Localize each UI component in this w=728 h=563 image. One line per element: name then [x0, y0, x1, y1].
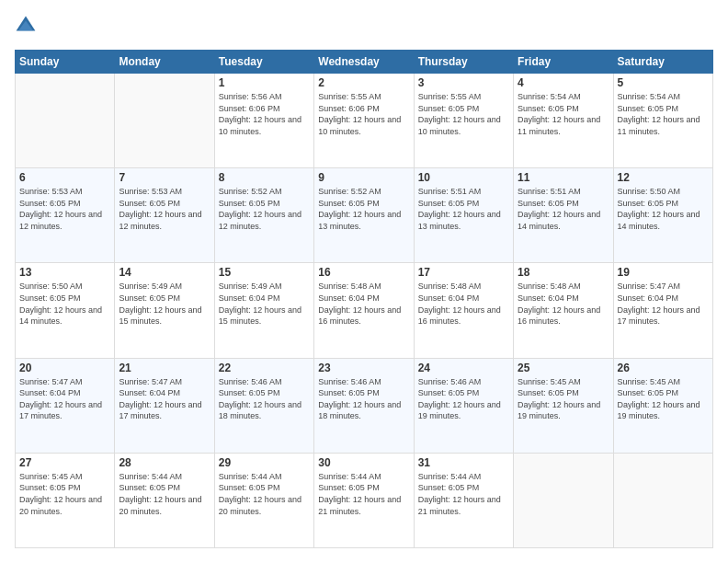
sunrise-text: Sunrise: 5:48 AM — [418, 281, 509, 293]
sunrise-text: Sunrise: 5:45 AM — [518, 376, 609, 388]
sunrise-text: Sunrise: 5:53 AM — [119, 186, 210, 198]
sunset-text: Sunset: 6:05 PM — [418, 482, 509, 494]
day-number: 20 — [19, 362, 110, 374]
day-info: Sunrise: 5:45 AMSunset: 6:05 PMDaylight:… — [518, 376, 609, 422]
calendar-table: Sunday Monday Tuesday Wednesday Thursday… — [15, 50, 713, 548]
day-number: 16 — [318, 266, 409, 279]
col-monday: Monday — [115, 51, 214, 74]
daylight-text: Daylight: 12 hours and 18 minutes. — [219, 399, 310, 422]
day-number: 10 — [418, 171, 509, 184]
col-saturday: Saturday — [613, 51, 712, 74]
day-number: 19 — [618, 266, 709, 279]
daylight-text: Daylight: 12 hours and 20 minutes. — [19, 494, 110, 517]
col-wednesday: Wednesday — [314, 51, 414, 74]
sunset-text: Sunset: 6:05 PM — [418, 198, 509, 210]
sunset-text: Sunset: 6:05 PM — [418, 387, 509, 399]
logo — [15, 15, 40, 40]
table-row: 4Sunrise: 5:54 AMSunset: 6:05 PMDaylight… — [514, 74, 613, 168]
daylight-text: Daylight: 12 hours and 19 minutes. — [418, 399, 509, 422]
sunset-text: Sunset: 6:05 PM — [119, 293, 210, 304]
sunrise-text: Sunrise: 5:49 AM — [219, 281, 310, 293]
sunset-text: Sunset: 6:04 PM — [418, 293, 509, 304]
sunset-text: Sunset: 6:05 PM — [318, 198, 409, 210]
daylight-text: Daylight: 12 hours and 20 minutes. — [219, 494, 310, 517]
sunrise-text: Sunrise: 5:55 AM — [418, 91, 509, 103]
daylight-text: Daylight: 12 hours and 17 minutes. — [19, 399, 110, 422]
day-number: 15 — [219, 266, 310, 279]
day-info: Sunrise: 5:46 AMSunset: 6:05 PMDaylight:… — [219, 376, 310, 422]
table-row: 1Sunrise: 5:56 AMSunset: 6:06 PMDaylight… — [214, 74, 313, 168]
sunset-text: Sunset: 6:05 PM — [318, 387, 409, 399]
day-info: Sunrise: 5:46 AMSunset: 6:05 PMDaylight:… — [318, 376, 409, 422]
daylight-text: Daylight: 12 hours and 13 minutes. — [418, 209, 509, 232]
day-number: 18 — [518, 266, 609, 279]
calendar-header-row: Sunday Monday Tuesday Wednesday Thursday… — [16, 51, 713, 74]
sunset-text: Sunset: 6:04 PM — [219, 293, 310, 304]
sunrise-text: Sunrise: 5:51 AM — [518, 186, 609, 198]
day-info: Sunrise: 5:56 AMSunset: 6:06 PMDaylight:… — [219, 91, 310, 137]
sunrise-text: Sunrise: 5:47 AM — [119, 376, 210, 388]
table-row: 27Sunrise: 5:45 AMSunset: 6:05 PMDayligh… — [16, 453, 115, 547]
sunrise-text: Sunrise: 5:45 AM — [19, 471, 110, 483]
day-number: 7 — [119, 171, 210, 184]
sunset-text: Sunset: 6:04 PM — [19, 387, 110, 399]
day-number: 17 — [418, 266, 509, 279]
day-number: 24 — [418, 362, 509, 374]
daylight-text: Daylight: 12 hours and 17 minutes. — [119, 399, 210, 422]
calendar-week-row: 6Sunrise: 5:53 AMSunset: 6:05 PMDaylight… — [16, 168, 713, 263]
col-thursday: Thursday — [414, 51, 513, 74]
sunset-text: Sunset: 6:04 PM — [318, 293, 409, 304]
daylight-text: Daylight: 12 hours and 21 minutes. — [318, 494, 409, 517]
calendar-week-row: 20Sunrise: 5:47 AMSunset: 6:04 PMDayligh… — [16, 358, 713, 453]
col-friday: Friday — [514, 51, 613, 74]
table-row: 28Sunrise: 5:44 AMSunset: 6:05 PMDayligh… — [115, 453, 214, 547]
sunrise-text: Sunrise: 5:49 AM — [119, 281, 210, 293]
sunrise-text: Sunrise: 5:44 AM — [318, 471, 409, 483]
sunrise-text: Sunrise: 5:51 AM — [418, 186, 509, 198]
daylight-text: Daylight: 12 hours and 15 minutes. — [219, 304, 310, 327]
day-info: Sunrise: 5:45 AMSunset: 6:05 PMDaylight:… — [618, 376, 709, 422]
daylight-text: Daylight: 12 hours and 14 minutes. — [618, 209, 709, 232]
sunset-text: Sunset: 6:06 PM — [219, 103, 310, 115]
daylight-text: Daylight: 12 hours and 16 minutes. — [318, 304, 409, 327]
day-number: 11 — [518, 171, 609, 184]
sunrise-text: Sunrise: 5:45 AM — [618, 376, 709, 388]
sunrise-text: Sunrise: 5:53 AM — [19, 186, 110, 198]
sunset-text: Sunset: 6:05 PM — [518, 387, 609, 399]
page: Sunday Monday Tuesday Wednesday Thursday… — [0, 0, 728, 563]
sunset-text: Sunset: 6:06 PM — [318, 103, 409, 115]
table-row: 16Sunrise: 5:48 AMSunset: 6:04 PMDayligh… — [314, 263, 414, 358]
daylight-text: Daylight: 12 hours and 15 minutes. — [119, 304, 210, 327]
daylight-text: Daylight: 12 hours and 14 minutes. — [518, 209, 609, 232]
daylight-text: Daylight: 12 hours and 10 minutes. — [418, 114, 509, 137]
sunset-text: Sunset: 6:05 PM — [518, 198, 609, 210]
daylight-text: Daylight: 12 hours and 10 minutes. — [318, 114, 409, 137]
sunset-text: Sunset: 6:05 PM — [219, 482, 310, 494]
sunset-text: Sunset: 6:04 PM — [119, 387, 210, 399]
sunset-text: Sunset: 6:05 PM — [119, 198, 210, 210]
daylight-text: Daylight: 12 hours and 11 minutes. — [618, 114, 709, 137]
day-info: Sunrise: 5:51 AMSunset: 6:05 PMDaylight:… — [518, 186, 609, 232]
day-info: Sunrise: 5:50 AMSunset: 6:05 PMDaylight:… — [19, 281, 110, 327]
day-number: 8 — [219, 171, 310, 184]
day-info: Sunrise: 5:55 AMSunset: 6:05 PMDaylight:… — [418, 91, 509, 137]
calendar-week-row: 1Sunrise: 5:56 AMSunset: 6:06 PMDaylight… — [16, 74, 713, 168]
day-info: Sunrise: 5:49 AMSunset: 6:04 PMDaylight:… — [219, 281, 310, 327]
table-row: 30Sunrise: 5:44 AMSunset: 6:05 PMDayligh… — [314, 453, 414, 547]
day-info: Sunrise: 5:53 AMSunset: 6:05 PMDaylight:… — [119, 186, 210, 232]
header — [15, 15, 713, 40]
day-info: Sunrise: 5:51 AMSunset: 6:05 PMDaylight:… — [418, 186, 509, 232]
sunrise-text: Sunrise: 5:55 AM — [318, 91, 409, 103]
day-number: 28 — [119, 456, 210, 469]
sunrise-text: Sunrise: 5:44 AM — [119, 471, 210, 483]
sunset-text: Sunset: 6:05 PM — [119, 482, 210, 494]
sunrise-text: Sunrise: 5:52 AM — [318, 186, 409, 198]
day-info: Sunrise: 5:47 AMSunset: 6:04 PMDaylight:… — [19, 376, 110, 422]
day-number: 22 — [219, 362, 310, 374]
table-row: 10Sunrise: 5:51 AMSunset: 6:05 PMDayligh… — [414, 168, 513, 263]
table-row — [514, 453, 613, 547]
sunrise-text: Sunrise: 5:47 AM — [19, 376, 110, 388]
col-tuesday: Tuesday — [214, 51, 313, 74]
day-number: 29 — [219, 456, 310, 469]
sunset-text: Sunset: 6:05 PM — [219, 198, 310, 210]
